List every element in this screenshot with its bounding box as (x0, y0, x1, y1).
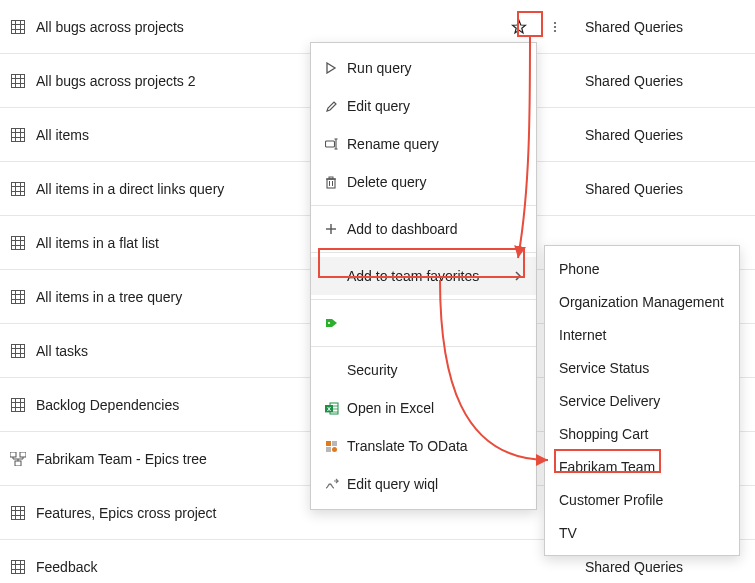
svg-point-7 (554, 29, 556, 31)
svg-rect-33 (12, 344, 25, 357)
svg-rect-28 (12, 290, 25, 303)
svg-rect-79 (332, 441, 337, 446)
svg-rect-44 (20, 452, 26, 457)
svg-rect-8 (12, 74, 25, 87)
svg-rect-23 (12, 236, 25, 249)
query-type-icon (0, 74, 36, 88)
svg-rect-43 (10, 452, 16, 457)
menu-run-query[interactable]: Run query (311, 49, 536, 87)
menu-delete-query[interactable]: Delete query (311, 163, 536, 201)
svg-point-81 (332, 447, 337, 452)
query-type-icon (0, 128, 36, 142)
team-option[interactable]: TV (545, 516, 739, 549)
menu-label: Edit query (347, 98, 522, 114)
menu-security[interactable]: Security (311, 351, 536, 389)
menu-label: Add to dashboard (347, 221, 522, 237)
query-name: All bugs across projects (36, 19, 501, 35)
menu-separator (311, 346, 536, 347)
svg-rect-0 (12, 20, 25, 33)
query-name: Feedback (36, 559, 501, 575)
query-type-icon (0, 20, 36, 34)
menu-separator (311, 252, 536, 253)
play-icon (325, 62, 347, 74)
menu-label: Security (347, 362, 522, 378)
svg-rect-78 (326, 441, 331, 446)
menu-label: Add to team favorites (347, 268, 514, 284)
wiql-icon (325, 478, 347, 490)
team-option[interactable]: Organization Management (545, 285, 739, 318)
query-folder: Shared Queries (573, 559, 755, 575)
query-type-icon (0, 236, 36, 250)
menu-label: Delete query (347, 174, 522, 190)
query-folder: Shared Queries (573, 19, 755, 35)
menu-label: Translate To OData (347, 438, 522, 454)
query-folder: Shared Queries (573, 181, 755, 197)
menu-edit-query[interactable]: Edit query (311, 87, 536, 125)
query-type-icon (0, 452, 36, 466)
team-option[interactable]: Internet (545, 318, 739, 351)
team-option[interactable]: Customer Profile (545, 483, 739, 516)
menu-rename-query[interactable]: Rename query (311, 125, 536, 163)
svg-rect-64 (327, 179, 335, 188)
menu-label: Run query (347, 60, 522, 76)
odata-icon (325, 440, 347, 453)
app-root: All bugs across projectsShared QueriesAl… (0, 0, 755, 583)
team-option[interactable]: Service Delivery (545, 384, 739, 417)
query-folder: Shared Queries (573, 127, 755, 143)
more-actions-button[interactable] (537, 20, 573, 34)
menu-label: Open in Excel (347, 400, 522, 416)
svg-point-71 (328, 322, 330, 324)
excel-icon: X (325, 402, 347, 415)
menu-separator (311, 299, 536, 300)
team-favorites-submenu: PhoneOrganization ManagementInternetServ… (544, 245, 740, 556)
query-type-icon (0, 290, 36, 304)
pencil-icon (325, 100, 347, 113)
svg-rect-50 (12, 506, 25, 519)
query-type-icon (0, 560, 36, 574)
query-type-icon (0, 398, 36, 412)
query-type-icon (0, 344, 36, 358)
menu-translate-odata[interactable]: Translate To OData (311, 427, 536, 465)
star-icon[interactable] (501, 19, 537, 35)
team-option[interactable]: Phone (545, 252, 739, 285)
query-folder: Shared Queries (573, 73, 755, 89)
svg-rect-45 (15, 461, 21, 466)
svg-rect-18 (12, 182, 25, 195)
query-type-icon (0, 182, 36, 196)
chevron-right-icon (514, 270, 522, 282)
menu-add-dashboard[interactable]: Add to dashboard (311, 210, 536, 248)
query-type-icon (0, 506, 36, 520)
tag-icon (325, 317, 347, 329)
context-menu: Run query Edit query Rename query Delete… (310, 42, 537, 510)
svg-rect-13 (12, 128, 25, 141)
svg-rect-55 (12, 560, 25, 573)
team-option[interactable]: Shopping Cart (545, 417, 739, 450)
team-option[interactable]: Service Status (545, 351, 739, 384)
svg-text:X: X (327, 405, 331, 411)
svg-point-5 (554, 21, 556, 23)
svg-rect-80 (326, 447, 331, 452)
svg-rect-68 (329, 177, 333, 179)
menu-tag[interactable] (311, 304, 536, 342)
menu-label: Edit query wiql (347, 476, 522, 492)
menu-edit-wiql[interactable]: Edit query wiql (311, 465, 536, 503)
menu-label: Rename query (347, 136, 522, 152)
svg-rect-60 (326, 141, 335, 147)
rename-icon (325, 138, 347, 150)
plus-icon (325, 223, 347, 235)
team-option[interactable]: Fabrikam Team (545, 450, 739, 483)
menu-open-excel[interactable]: X Open in Excel (311, 389, 536, 427)
trash-icon (325, 176, 347, 189)
svg-point-6 (554, 25, 556, 27)
menu-add-team-favorites[interactable]: Add to team favorites (311, 257, 536, 295)
menu-separator (311, 205, 536, 206)
svg-rect-38 (12, 398, 25, 411)
